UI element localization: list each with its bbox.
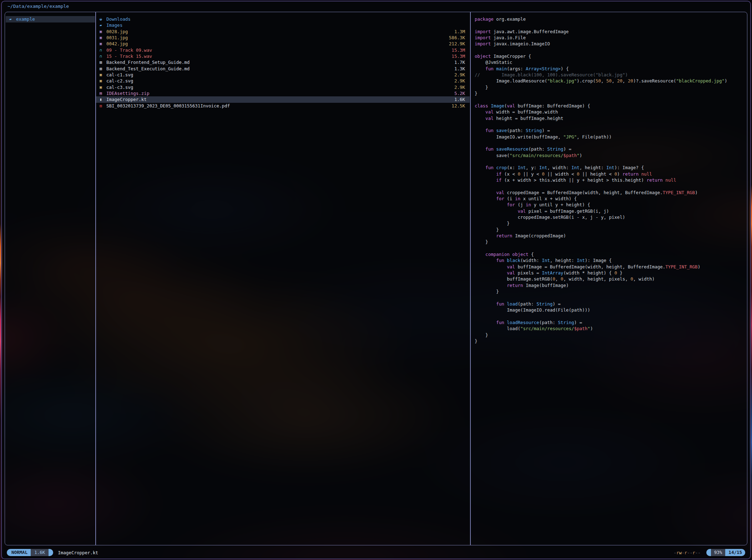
image-icon: ▣ xyxy=(100,35,106,41)
code-token: loadResource xyxy=(507,320,539,325)
code-token: String xyxy=(547,146,563,152)
code-token xyxy=(475,109,485,115)
file-row[interactable]: ▤IDEAsettings.zip5.2K xyxy=(96,90,470,96)
code-token: ) xyxy=(695,190,698,195)
code-token xyxy=(475,233,496,238)
permission-char: - xyxy=(698,550,701,555)
file-row[interactable]: ▣cal-c2.svg2.9K xyxy=(96,78,470,84)
code-line: if (x + width > this.width || y + height… xyxy=(471,177,746,183)
file-preview-pane[interactable]: package org.example import java.awt.imag… xyxy=(471,16,746,544)
file-size: 2.9K xyxy=(454,84,465,90)
audio-icon: ∩ xyxy=(100,47,106,53)
code-line xyxy=(471,22,746,28)
code-token: , xyxy=(555,276,561,282)
code-token: load xyxy=(507,301,518,307)
parent-dir-label: example xyxy=(16,16,35,22)
code-token xyxy=(475,171,496,177)
permission-char: w xyxy=(679,550,682,555)
code-token: (i xyxy=(504,196,515,201)
code-token: javax.imageio.ImageIO xyxy=(491,41,550,46)
file-name: cal-c3.svg xyxy=(106,84,454,90)
code-token: 0 xyxy=(542,171,545,177)
code-token: IntArray xyxy=(542,270,563,276)
file-name: SBI_0032013739_2023_DE05_0003155631Invoi… xyxy=(106,103,451,109)
file-row[interactable]: ▣cal-c1.svg2.9K xyxy=(96,72,470,78)
code-token: ) = xyxy=(552,301,561,307)
parent-dir-item[interactable]: ▰example xyxy=(6,16,95,22)
code-token: fun xyxy=(485,146,494,152)
code-token: Image(ImageIO.read(File(path))) xyxy=(475,307,590,313)
code-token: Int xyxy=(571,165,580,170)
code-token: java.io.File xyxy=(491,35,526,40)
markdown-icon: ▥ xyxy=(100,59,106,65)
code-token xyxy=(475,283,507,288)
file-row[interactable]: ▥Backend_Test_Execution_Guide.md1.3K xyxy=(96,66,470,72)
file-row[interactable]: ▥Backend_Frontend_Setup_Guide.md1.7K xyxy=(96,59,470,65)
file-row[interactable]: ▣0028.jpg1.3M xyxy=(96,29,470,35)
status-filename: ImageCropper.kt xyxy=(58,550,98,555)
code-line: } xyxy=(471,239,746,245)
code-line: } xyxy=(471,220,746,226)
code-token: Array<String> xyxy=(526,66,561,71)
code-line: for (j in y until y + height) { xyxy=(471,202,746,208)
file-name: cal-c1.svg xyxy=(106,72,454,78)
file-row[interactable]: ▮ImageCropper.kt1.6K xyxy=(96,96,470,102)
code-token xyxy=(475,190,496,195)
code-token xyxy=(475,165,485,170)
code-line: class Image(val buffImage: BufferedImage… xyxy=(471,103,746,109)
code-token: fun xyxy=(496,301,504,307)
permission-char: r xyxy=(676,550,679,555)
code-token: ) = xyxy=(563,146,571,152)
code-token: val xyxy=(518,208,526,214)
code-token xyxy=(475,196,496,201)
code-token: , xyxy=(612,78,617,84)
code-token: " xyxy=(577,153,580,158)
code-token: , width, height, pixels, xyxy=(563,276,630,282)
permission-char: - xyxy=(682,550,685,555)
file-row[interactable]: ◒Downloads xyxy=(96,16,470,22)
file-size: 212.9K xyxy=(449,41,465,47)
file-row[interactable]: ▨SBI_0032013739_2023_DE05_0003155631Invo… xyxy=(96,103,470,109)
file-row[interactable]: ▣0031.jpg586.3K xyxy=(96,35,470,41)
file-name: Images xyxy=(106,22,465,28)
code-token: null xyxy=(665,177,676,183)
file-name: IDEAsettings.zip xyxy=(106,90,454,96)
code-line: @JvmStatic xyxy=(471,59,746,65)
file-row[interactable]: ▰Images xyxy=(96,22,470,28)
code-token: )?.saveResource( xyxy=(633,78,676,84)
code-line xyxy=(471,183,746,189)
code-token: in xyxy=(526,202,531,207)
position-pill: 93% 14/15 xyxy=(706,549,745,556)
image-icon: ▣ xyxy=(100,84,106,90)
file-name: 0031.jpg xyxy=(106,35,449,41)
code-line: save("src/main/resources/$path") xyxy=(471,152,746,158)
code-token: ) xyxy=(698,264,701,269)
code-token: , height: xyxy=(580,165,606,170)
code-line: fun crop(x: Int, y: Int, width: Int, hei… xyxy=(471,165,746,171)
code-token: "blackCropped.jpg" xyxy=(676,78,725,84)
code-line xyxy=(471,158,746,165)
code-line: return Image(buffImage) xyxy=(471,282,746,288)
code-token: } xyxy=(475,332,488,338)
file-list-pane: ◒Downloads▰Images▣0028.jpg1.3M▣0031.jpg5… xyxy=(96,16,470,109)
code-line: import javax.imageio.ImageIO xyxy=(471,41,746,47)
code-line: companion object { xyxy=(471,251,746,257)
file-row[interactable]: ∩15 - Track 15.wav15.3M xyxy=(96,53,470,59)
terminal-window: ~/Data/example/example ▰example ◒Downloa… xyxy=(1,1,751,559)
code-token: 0 xyxy=(577,171,580,177)
code-line: } xyxy=(471,332,746,338)
code-token: "src/main/resources/ xyxy=(520,326,574,331)
markdown-icon: ▥ xyxy=(100,66,106,72)
code-token xyxy=(475,177,496,183)
file-row[interactable]: ▣cal-c3.svg2.9K xyxy=(96,84,470,90)
code-token: java.awt.image.BufferedImage xyxy=(491,29,569,34)
code-token: ) xyxy=(617,171,622,177)
code-line: fun saveResource(path: String) = xyxy=(471,146,746,152)
code-token: 20 xyxy=(617,78,622,84)
code-token: fun xyxy=(485,165,494,170)
code-token: val xyxy=(507,270,515,276)
code-token: fun xyxy=(496,320,504,325)
file-row[interactable]: ▣0042.jpg212.9K xyxy=(96,41,470,47)
code-line: load("src/main/resources/$path") xyxy=(471,326,746,332)
file-row[interactable]: ∩09 - Track 09.wav15.3M xyxy=(96,47,470,53)
